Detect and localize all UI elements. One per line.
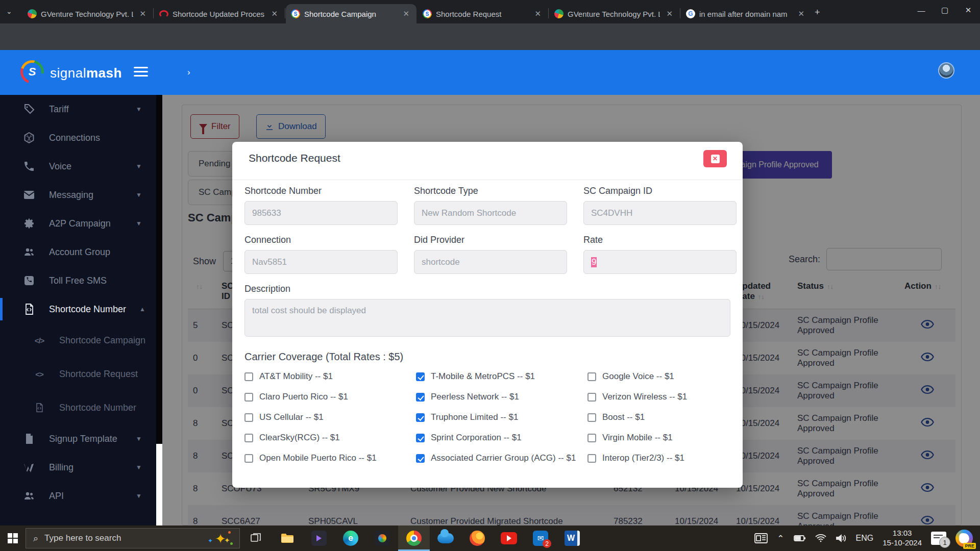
carrier-option-peerless-network-1[interactable]: Peerless Network -- $1 <box>416 387 579 407</box>
start-button[interactable] <box>0 533 26 543</box>
taskbar-app-cloud[interactable] <box>430 525 461 551</box>
input-sc-campaign-id[interactable] <box>583 201 737 225</box>
tab-close-icon[interactable]: ✕ <box>664 9 675 18</box>
taskbar-app-mail[interactable]: ✉2 <box>525 525 556 551</box>
sidebar-item-shortcode-request[interactable]: <>Shortcode Request <box>0 357 156 391</box>
taskbar-app-firefox[interactable] <box>461 525 493 551</box>
browser-tab-5[interactable]: GVenture Technology Pvt. L✕ <box>549 4 680 23</box>
notification-center-icon[interactable]: 1 <box>931 532 946 545</box>
sidebar-item-label: Messaging <box>49 190 122 201</box>
taskbar-app-word[interactable]: W <box>556 525 588 551</box>
carrier-option-boost-1[interactable]: Boost -- $1 <box>587 407 751 428</box>
checkbox-checked-icon[interactable] <box>416 434 425 442</box>
new-tab-button[interactable]: + <box>815 7 820 18</box>
taskbar-app-folder[interactable] <box>272 525 303 551</box>
browser-tab-1[interactable]: GVenture Technology Pvt. L✕ <box>22 4 153 23</box>
tab-search-chevron-icon[interactable]: ⌄ <box>6 7 12 15</box>
carrier-option-claro-puerto-rico-1[interactable]: Claro Puerto Rico -- $1 <box>244 387 408 407</box>
carrier-label: Virgin Mobile -- $1 <box>602 433 673 443</box>
browser-tab-4[interactable]: Shortcode Request✕ <box>418 4 548 23</box>
checkbox-unchecked-icon[interactable] <box>587 413 596 422</box>
checkbox-unchecked-icon[interactable] <box>244 413 253 422</box>
carrier-option-at-t-mobility-1[interactable]: AT&T Mobility -- $1 <box>244 366 408 387</box>
checkbox-unchecked-icon[interactable] <box>244 393 253 402</box>
wifi-icon[interactable] <box>815 534 826 542</box>
taskbar-app-youtube[interactable] <box>493 525 525 551</box>
tab-close-icon[interactable]: ✕ <box>269 9 280 18</box>
taskbar-app-chrome[interactable] <box>398 525 430 551</box>
taskbar-app-taskview[interactable] <box>240 525 272 551</box>
copilot-icon[interactable]: PRE <box>955 530 973 547</box>
window-close-button[interactable]: ✕ <box>957 0 980 20</box>
tab-separator <box>548 8 549 18</box>
sidebar-item-voice[interactable]: Voice▼ <box>0 152 156 181</box>
browser-tab-3[interactable]: Shortcode Campaign✕ <box>286 4 416 23</box>
carrier-option-truphone-limited-1[interactable]: Truphone Limited -- $1 <box>416 407 579 428</box>
checkbox-unchecked-icon[interactable] <box>587 372 596 381</box>
sidebar-item-api[interactable]: API▼ <box>0 482 156 510</box>
language-indicator[interactable]: ENG <box>856 534 874 543</box>
input-did-provider[interactable] <box>414 250 567 274</box>
tab-close-icon[interactable]: ✕ <box>796 9 806 18</box>
checkbox-unchecked-icon[interactable] <box>587 454 596 463</box>
sidebar-item-messaging[interactable]: Messaging▼ <box>0 181 156 209</box>
sidebar-item-toll-free-sms[interactable]: Toll Free SMS <box>0 266 156 295</box>
tab-close-icon[interactable]: ✕ <box>137 9 148 18</box>
checkbox-unchecked-icon[interactable] <box>244 434 253 442</box>
checkbox-checked-icon[interactable] <box>416 413 425 422</box>
chevron-down-icon: ▼ <box>136 163 142 170</box>
tab-close-icon[interactable]: ✕ <box>401 9 411 18</box>
sidebar-item-account-group[interactable]: Account Group <box>0 238 156 266</box>
input-shortcode-number[interactable] <box>244 201 398 225</box>
carrier-option-sprint-corporation-1[interactable]: Sprint Corporation -- $1 <box>416 428 579 448</box>
checkbox-unchecked-icon[interactable] <box>587 434 596 442</box>
carrier-option-associated-carrier-group-acg-1[interactable]: Associated Carrier Group (ACG) -- $1 <box>416 448 579 468</box>
sidebar-item-signup-template[interactable]: Signup Template▼ <box>0 424 156 453</box>
input-description[interactable]: total cost should be displayed <box>244 299 730 337</box>
taskbar-app-media[interactable] <box>303 525 335 551</box>
sidebar-item-shortcode-number[interactable]: Shortcode Number▲ <box>0 295 156 323</box>
checkbox-unchecked-icon[interactable] <box>244 372 253 381</box>
checkbox-unchecked-icon[interactable] <box>587 393 596 402</box>
window-maximize-button[interactable]: ▢ <box>933 0 957 20</box>
sidebar-scrollbar[interactable] <box>156 95 162 444</box>
battery-icon[interactable] <box>794 535 806 542</box>
checkbox-unchecked-icon[interactable] <box>244 454 253 463</box>
carrier-option-us-cellular-1[interactable]: US Cellular -- $1 <box>244 407 408 428</box>
sidebar-item-shortcode-number[interactable]: Shortcode Number <box>0 391 156 424</box>
checkbox-checked-icon[interactable] <box>416 454 425 463</box>
input-rate[interactable]: 9 <box>583 250 737 274</box>
sidebar-item-connections[interactable]: Connections <box>0 123 156 152</box>
carrier-option-verizon-wireless-1[interactable]: Verizon Wireless -- $1 <box>587 387 751 407</box>
label-shortcode-number: Shortcode Number <box>244 186 322 196</box>
carrier-option-google-voice-1[interactable]: Google Voice -- $1 <box>587 366 751 387</box>
input-shortcode-type[interactable] <box>414 201 567 225</box>
taskbar-app-edge[interactable]: e <box>335 525 366 551</box>
label-did-provider: Did Provider <box>414 235 464 245</box>
speaker-icon[interactable] <box>836 534 847 542</box>
tray-expand-icon[interactable]: ⌃ <box>777 533 784 544</box>
taskbar-clock[interactable]: 13:03 15-10-2024 <box>883 529 922 548</box>
taskbar-search-box[interactable]: ⌕ Type here to search ✦✦✦ <box>26 528 240 548</box>
modal-close-button[interactable]: ✕ <box>703 150 727 167</box>
window-minimize-button[interactable]: — <box>910 0 933 20</box>
input-connection[interactable] <box>244 250 398 274</box>
carrier-option-clearsky-rcg-1[interactable]: ClearSky(RCG) -- $1 <box>244 428 408 448</box>
taskbar-app-lens[interactable] <box>366 525 398 551</box>
sidebar-item-tariff[interactable]: Tariff▼ <box>0 95 156 123</box>
carrier-option-virgin-mobile-1[interactable]: Virgin Mobile -- $1 <box>587 428 751 448</box>
hamburger-menu-icon[interactable] <box>134 67 148 78</box>
carrier-option-t-mobile-metropcs-1[interactable]: T-Mobile & MetroPCS -- $1 <box>416 366 579 387</box>
tab-close-icon[interactable]: ✕ <box>532 9 543 18</box>
checkbox-checked-icon[interactable] <box>416 393 425 402</box>
user-avatar[interactable] <box>938 62 954 79</box>
sidebar-item-a2p-campaign[interactable]: A2P Campaign▼ <box>0 209 156 238</box>
carrier-option-open-mobile-puerto-rico-1[interactable]: Open Mobile Puerto Rico -- $1 <box>244 448 408 468</box>
news-widget-icon[interactable] <box>754 533 768 544</box>
carrier-option-interop-tier2-3-1[interactable]: Interop (Tier2/3) -- $1 <box>587 448 751 468</box>
browser-tab-2[interactable]: Shortcode Updated Proces✕ <box>154 4 285 23</box>
sidebar-item-billing[interactable]: Billing▼ <box>0 453 156 482</box>
browser-tab-6[interactable]: Gin email after domain nam✕ <box>681 4 812 23</box>
sidebar-item-shortcode-campaign[interactable]: </>Shortcode Campaign <box>0 323 156 357</box>
checkbox-checked-icon[interactable] <box>416 372 425 381</box>
